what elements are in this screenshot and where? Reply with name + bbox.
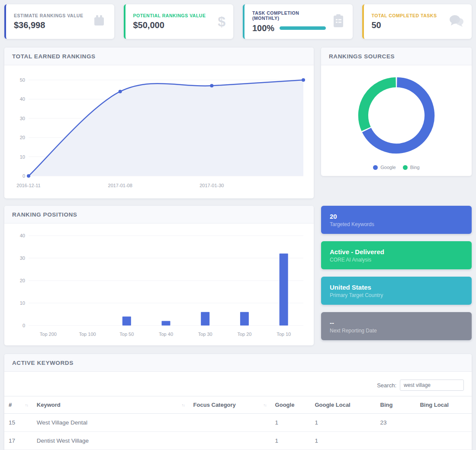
info-card-targeted-keywords: 20 Targeted Keywords [321,206,472,234]
svg-text:0: 0 [23,173,25,179]
svg-text:40: 40 [20,233,25,238]
svg-text:2016-12-11: 2016-12-11 [16,183,40,188]
info-card-title: 20 [330,213,463,220]
svg-text:Top 30: Top 30 [198,332,212,337]
stat-value: 100% [252,23,274,33]
svg-text:30: 30 [20,255,25,261]
svg-text:2017-01-30: 2017-01-30 [199,183,224,188]
cell-num: 15 [4,414,32,432]
cell-keyword: Dentist West Village [32,432,189,450]
column-header-num[interactable]: # ↑↓ [4,396,32,414]
cell-focus-category [189,432,271,450]
column-header-google: Google [271,396,311,414]
cell-google-local: 1 [310,432,376,450]
stat-value: 50 [372,20,445,30]
info-card-next-reporting-date: -- Next Reporting Date [321,312,472,340]
info-card-title: Active - Delivered [330,248,463,255]
cell-google-local: 1 [310,414,376,432]
cell-bing [376,432,416,450]
svg-text:20: 20 [20,278,25,283]
panel-title: RANKINGS SOURCES [329,53,395,60]
info-card-core-ai-analysis: Active - Delivered CORE AI Analysis [321,241,472,269]
info-card-title: -- [330,319,463,326]
info-card-title: United States [330,284,463,291]
info-card-subtitle: CORE AI Analysis [330,257,463,263]
stat-card-estimate-value: ESTIMATE RANKINGS VALUE $36,998 [4,4,114,39]
legend-dot-icon [403,165,408,170]
panel-header: RANKING POSITIONS [4,206,314,223]
stat-label: TASK COMPLETION (MONTHLY) [252,10,326,21]
column-header-focus-category[interactable]: Focus Category ↑↓ [189,396,271,414]
svg-text:Top 100: Top 100 [79,332,96,337]
chat-icon [445,14,464,29]
sort-icon: ↑↓ [264,403,267,407]
ranking-positions-bar-chart: 010203040Top 200Top 100Top 50Top 40Top 3… [8,228,310,341]
info-card-subtitle: Primary Target Country [330,292,463,298]
stat-label: TOTAL COMPLETED TASKS [372,13,445,18]
legend-dot-icon [373,165,378,170]
cell-keyword: West Village Dental [32,414,189,432]
clipboard-icon [326,13,345,30]
cell-bing: 23 [376,414,416,432]
svg-text:50: 50 [20,77,25,83]
svg-text:10: 10 [20,300,25,306]
column-header-keyword[interactable]: Keyword ↑↓ [32,396,189,414]
total-earned-rankings-panel: TOTAL EARNED RANKINGS 010203040502016-12… [4,48,314,198]
cell-google: 1 [271,414,311,432]
earned-rankings-line-chart: 010203040502016-12-112017-01-082017-01-3… [8,70,310,194]
cell-google: 1 [271,432,311,450]
dollar-icon: $ [206,15,225,29]
svg-text:10: 10 [20,154,25,160]
task-progress-bar [280,26,325,30]
svg-text:0: 0 [23,323,25,328]
ranking-positions-panel: RANKING POSITIONS 010203040Top 200Top 10… [4,206,314,345]
chart-legend: Google Bing [373,165,420,170]
svg-text:30: 30 [20,116,25,121]
calendar-icon [87,13,106,30]
table-header-row: # ↑↓ Keyword ↑↓ Focus Category ↑↓ Google [4,396,472,414]
panel-header: TOTAL EARNED RANKINGS [4,48,314,65]
info-cards-stack: 20 Targeted Keywords Active - Delivered … [321,206,472,340]
svg-text:Top 10: Top 10 [277,332,291,337]
stat-value: $50,000 [133,20,207,30]
search-input[interactable] [400,380,464,391]
svg-text:40: 40 [20,96,25,102]
dashboard-page: ESTIMATE RANKINGS VALUE $36,998 POTENTIA… [0,0,476,450]
sort-icon: ↑↓ [25,403,28,407]
sort-icon: ↑↓ [182,403,185,407]
cell-bing-local [415,414,472,432]
svg-text:Top 20: Top 20 [237,332,251,337]
cell-focus-category [189,414,271,432]
legend-item-google: Google [373,165,396,170]
panel-header: RANKINGS SOURCES [321,48,472,65]
rankings-sources-panel: RANKINGS SOURCES Google Bing [321,48,472,176]
main-grid: TOTAL EARNED RANKINGS 010203040502016-12… [4,48,472,450]
legend-label: Google [380,165,396,170]
stat-value: $36,998 [14,20,87,30]
svg-text:20: 20 [20,135,25,140]
column-header-google-local: Google Local [310,396,376,414]
info-card-primary-target-country: United States Primary Target Country [321,277,472,305]
column-header-bing: Bing [376,396,416,414]
svg-text:Top 40: Top 40 [159,332,173,337]
rankings-sources-donut-chart [354,73,439,158]
cell-num: 17 [4,432,32,450]
stat-label: POTENTIAL RANKINGS VALUE [133,13,207,18]
panel-title: TOTAL EARNED RANKINGS [12,53,96,60]
panel-header: ACTIVE KEYWORDS [4,354,472,372]
table-row: 17 Dentist West Village 1 1 [4,432,472,450]
active-keywords-table: # ↑↓ Keyword ↑↓ Focus Category ↑↓ Google [4,396,472,450]
svg-text:Top 200: Top 200 [40,332,57,337]
panel-title: RANKING POSITIONS [12,211,77,218]
stats-row: ESTIMATE RANKINGS VALUE $36,998 POTENTIA… [4,4,472,39]
stat-card-task-completion: TASK COMPLETION (MONTHLY) 100% [243,4,353,39]
info-card-subtitle: Targeted Keywords [330,221,463,227]
cell-bing-local [415,432,472,450]
search-label: Search: [377,382,396,389]
table-toolbar: Search: [4,372,472,396]
stat-card-completed-tasks: TOTAL COMPLETED TASKS 50 [362,4,472,39]
svg-text:2017-01-08: 2017-01-08 [108,183,132,188]
active-keywords-panel: ACTIVE KEYWORDS Search: # ↑↓ [4,354,472,450]
info-card-subtitle: Next Reporting Date [330,328,463,334]
table-row: 15 West Village Dental 1 1 23 [4,414,472,432]
